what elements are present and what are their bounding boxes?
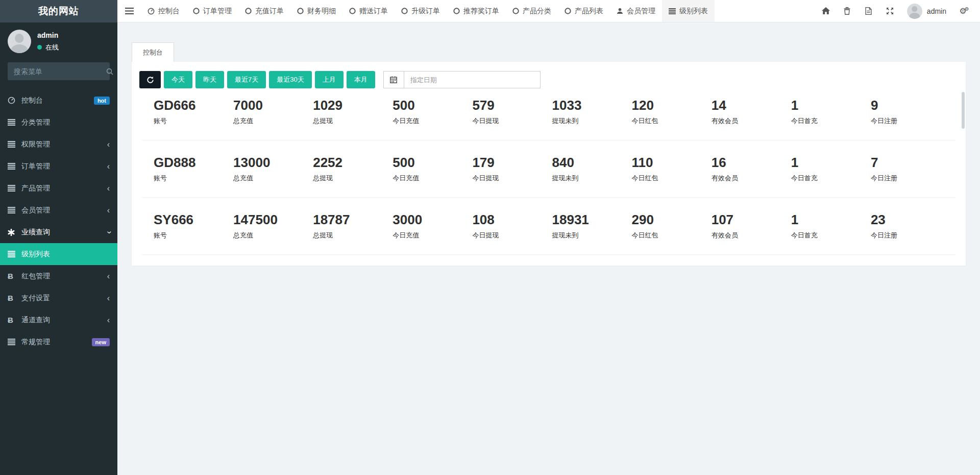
tab-order-manage[interactable]: 订单管理 [186, 0, 238, 22]
sidebar-item-redpacket[interactable]: Ƀ 红包管理 ‹ [0, 265, 117, 287]
tab-level-list[interactable]: 级别列表 [662, 0, 715, 22]
tab-recharge-orders[interactable]: 充值订单 [238, 0, 290, 22]
chevron-left-icon: ‹ [107, 272, 110, 280]
chevron-left-icon: ‹ [107, 162, 110, 171]
sidebar-item-dashboard[interactable]: 控制台 hot [0, 89, 117, 111]
asterisk-icon [8, 229, 21, 236]
content-tab-dashboard[interactable]: 控制台 [132, 42, 174, 62]
sidebar-item-label: 业绩查询 [21, 228, 50, 237]
sidebar-item-order[interactable]: 订单管理 ‹ [0, 155, 117, 177]
stat-row: GD888账号13000总充值2252总提现500今日充值179今日提现840提… [132, 140, 966, 198]
tab-label: 级别列表 [679, 7, 708, 16]
stat-label: 有效会员 [712, 116, 791, 126]
dashboard-icon [148, 8, 155, 15]
chevron-left-icon: ‹ [107, 140, 110, 149]
stat-cell: 7今日注册 [871, 156, 950, 183]
list-icon [8, 163, 21, 170]
sidebar-item-label: 常规管理 [21, 338, 50, 347]
stat-value: 500 [393, 99, 472, 112]
tab-label: 会员管理 [627, 7, 655, 16]
tab-label: 产品分类 [523, 7, 551, 16]
sidebar-item-label: 支付设置 [21, 294, 50, 303]
sidebar-item-general[interactable]: 常规管理 new [0, 331, 117, 353]
circle-icon [349, 8, 356, 14]
chevron-left-icon: ‹ [107, 206, 110, 215]
sidebar-item-product[interactable]: 产品管理 ‹ [0, 177, 117, 199]
circle-icon [401, 8, 408, 14]
circle-icon [245, 8, 252, 14]
tab-dashboard[interactable]: 控制台 [141, 0, 186, 22]
sidebar-item-channel[interactable]: Ƀ 通道查询 ‹ [0, 309, 117, 331]
stat-value: 18931 [552, 213, 632, 226]
sidebar-item-label: 订单管理 [21, 162, 50, 171]
sidebar-item-label: 级别列表 [21, 250, 50, 259]
tab-label: 财务明细 [307, 7, 336, 16]
stat-value: 147500 [233, 213, 313, 226]
stat-cell: 1今日首充 [791, 213, 871, 240]
home-icon[interactable] [815, 0, 837, 22]
circle-icon [512, 8, 519, 14]
stat-label: 总提现 [313, 174, 393, 183]
search-input[interactable] [14, 67, 106, 76]
tab-finance-detail[interactable]: 财务明细 [290, 0, 342, 22]
stat-label: 今日注册 [871, 231, 950, 240]
sidebar-item-label: 权限管理 [21, 140, 50, 149]
navbar-username[interactable]: admin [927, 7, 946, 15]
tab-member-manage[interactable]: 会员管理 [610, 0, 662, 22]
settings-icon[interactable]: ⚙⚙ [957, 0, 972, 22]
sidebar-item-performance[interactable]: 业绩查询 ‹ [0, 221, 117, 243]
stat-cell: GD888账号 [154, 156, 233, 183]
stat-cell: 23今日注册 [871, 213, 950, 240]
list-icon [669, 8, 676, 14]
stat-label: 总提现 [313, 116, 393, 126]
stat-cell: 9今日注册 [871, 99, 950, 126]
stat-cell: 290今日红包 [632, 213, 712, 240]
hamburger-menu-icon[interactable] [117, 0, 141, 22]
tab-label: 升级订单 [411, 7, 440, 16]
stat-value: 107 [712, 213, 791, 226]
stat-value: 1 [791, 213, 871, 226]
trash-icon[interactable] [837, 0, 858, 22]
sidebar-item-category[interactable]: 分类管理 [0, 111, 117, 133]
tab-product-category[interactable]: 产品分类 [506, 0, 558, 22]
bitcoin-icon: Ƀ [8, 272, 21, 280]
user-status: 在线 [37, 43, 59, 52]
stat-cell: 16有效会员 [712, 156, 791, 183]
sidebar-item-member[interactable]: 会员管理 ‹ [0, 199, 117, 221]
stat-cell: 3000今日充值 [393, 213, 472, 240]
bitcoin-icon: Ƀ [8, 316, 21, 324]
stat-label: 今日充值 [393, 174, 472, 183]
stat-label: 今日首充 [791, 174, 871, 183]
stats-rows: GD666账号7000总充值1029总提现500今日充值579今日提现1033提… [132, 83, 966, 255]
tab-label: 充值订单 [255, 7, 284, 16]
fullscreen-icon[interactable] [879, 0, 901, 22]
stat-cell: GD666账号 [154, 99, 233, 126]
stat-label: 有效会员 [712, 174, 791, 183]
search-icon [106, 68, 113, 75]
user-panel: admin 在线 [0, 22, 117, 58]
tab-product-list[interactable]: 产品列表 [558, 0, 610, 22]
dashboard-panel: 今天 昨天 最近7天 最近30天 上月 本月 GD666账号7000总充值102… [132, 62, 966, 266]
stat-cell: 500今日充值 [393, 99, 472, 126]
sidebar-item-level-list[interactable]: 级别列表 [0, 243, 117, 265]
stat-value: 14 [712, 99, 791, 112]
tab-label: 订单管理 [203, 7, 232, 16]
sidebar-item-payment[interactable]: Ƀ 支付设置 ‹ [0, 287, 117, 309]
stat-value: 500 [393, 156, 472, 169]
sidebar-item-permission[interactable]: 权限管理 ‹ [0, 133, 117, 155]
tab-label: 推荐奖订单 [463, 7, 499, 16]
stat-label: 总充值 [233, 174, 313, 183]
stat-value: 1033 [552, 99, 632, 112]
tab-referral-orders[interactable]: 推荐奖订单 [447, 0, 506, 22]
stat-value: 1 [791, 99, 871, 112]
stat-value: SY666 [154, 213, 233, 226]
tab-gift-orders[interactable]: 赠送订单 [342, 0, 395, 22]
tab-upgrade-orders[interactable]: 升级订单 [395, 0, 447, 22]
stat-value: 579 [472, 99, 552, 112]
stat-label: 今日首充 [791, 231, 871, 240]
scrollbar-thumb[interactable] [962, 92, 965, 129]
document-icon[interactable] [858, 0, 879, 22]
stat-value: 120 [632, 99, 712, 112]
navbar-avatar[interactable] [907, 4, 922, 19]
stat-value: 16 [712, 156, 791, 169]
